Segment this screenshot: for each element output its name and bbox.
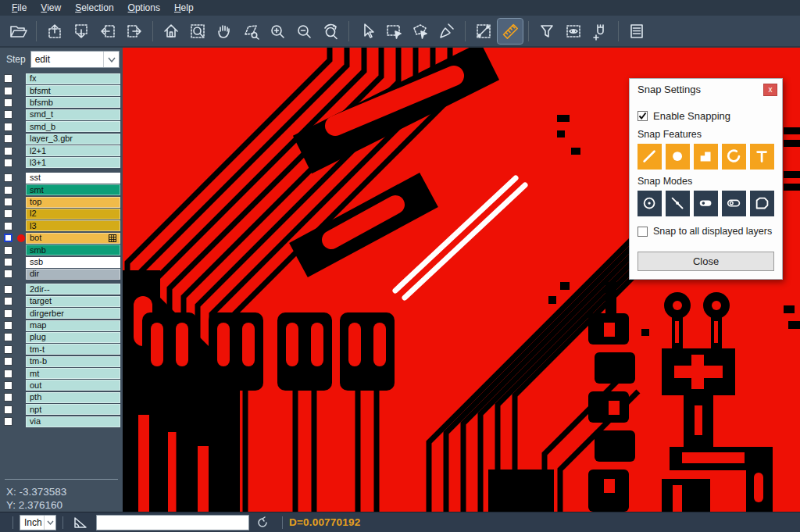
menu-view[interactable]: View xyxy=(34,1,68,15)
layer-label-smt[interactable]: smt xyxy=(26,184,120,195)
pan-hand-button[interactable] xyxy=(212,19,237,44)
layer-checkbox-smt[interactable] xyxy=(4,186,12,195)
layer-checkbox-out[interactable] xyxy=(4,381,12,390)
snap-magnet-button[interactable] xyxy=(588,19,612,44)
snap-pad-button[interactable] xyxy=(666,144,690,170)
layer-checkbox-2dir--[interactable] xyxy=(4,285,12,294)
layer-checkbox-smd_t[interactable] xyxy=(4,110,12,119)
layer-label-dir[interactable]: dir xyxy=(26,269,120,280)
select-cursor-button[interactable] xyxy=(355,19,380,44)
enable-snapping-checkbox[interactable] xyxy=(638,111,648,121)
layer-checkbox-l2[interactable] xyxy=(4,209,12,218)
step-select[interactable]: edit xyxy=(30,51,120,68)
snap-all-layers-checkbox[interactable] xyxy=(638,227,648,237)
measure-ruler-button[interactable] xyxy=(498,19,523,44)
zoom-previous-button[interactable] xyxy=(318,19,343,44)
layer-checkbox-dirgerber[interactable] xyxy=(4,309,12,318)
close-icon[interactable]: x xyxy=(763,84,777,96)
report-panel-button[interactable] xyxy=(624,19,649,44)
layer-checkbox-plug[interactable] xyxy=(4,333,12,341)
unit-select[interactable]: Inch xyxy=(20,515,56,530)
layer-checkbox-npt[interactable] xyxy=(4,405,12,414)
layer-label-bfsmt[interactable]: bfsmt xyxy=(26,85,120,96)
layer-checkbox-sst[interactable] xyxy=(4,173,12,182)
layer-checkbox-layer_3.gbr[interactable] xyxy=(4,134,12,143)
layer-label-out[interactable]: out xyxy=(26,380,120,391)
menu-help[interactable]: Help xyxy=(167,1,201,15)
layer-label-smb[interactable]: smb xyxy=(26,245,120,255)
layer-label-l3+1[interactable]: l3+1 xyxy=(26,157,120,168)
clear-brush-button[interactable] xyxy=(434,19,459,44)
layer-label-top[interactable]: top xyxy=(26,197,120,208)
layer-checkbox-l3[interactable] xyxy=(4,222,12,230)
layer-label-l3[interactable]: l3 xyxy=(26,220,120,231)
menu-options[interactable]: Options xyxy=(121,1,167,15)
layer-checkbox-mt[interactable] xyxy=(4,370,12,378)
layer-checkbox-smb[interactable] xyxy=(4,246,12,255)
layer-checkbox-target[interactable] xyxy=(4,297,12,305)
snap-center-button[interactable] xyxy=(638,191,662,216)
layer-label-ssb[interactable]: ssb xyxy=(26,257,120,268)
layer-label-mt[interactable]: mt xyxy=(26,368,120,379)
layer-label-sst[interactable]: sst xyxy=(26,173,120,184)
layer-checkbox-smd_b[interactable] xyxy=(4,123,12,131)
layer-checkbox-tm-b[interactable] xyxy=(4,357,12,366)
pan-left-button[interactable] xyxy=(95,19,120,44)
layer-checkbox-top[interactable] xyxy=(4,198,12,206)
layer-label-dirgerber[interactable]: dirgerber xyxy=(26,308,120,319)
measure-input[interactable] xyxy=(96,515,249,530)
layer-label-smd_t[interactable]: smd_t xyxy=(26,109,120,120)
layer-checkbox-via[interactable] xyxy=(4,417,12,426)
pan-right-button[interactable] xyxy=(122,19,147,44)
select-rect-button[interactable] xyxy=(381,19,406,44)
zoom-out-button[interactable] xyxy=(291,19,316,44)
snap-arc-button[interactable] xyxy=(722,144,746,170)
layer-label-via[interactable]: via xyxy=(26,416,120,427)
open-file-button[interactable] xyxy=(5,19,30,44)
zoom-in-button[interactable] xyxy=(265,19,290,44)
layer-checkbox-l2+1[interactable] xyxy=(4,147,12,155)
view-eye-button[interactable] xyxy=(561,19,586,44)
snap-dialog-titlebar[interactable]: Snap Settings x xyxy=(630,79,782,100)
layer-checkbox-bfsmt[interactable] xyxy=(4,87,12,95)
layer-checkbox-fx[interactable] xyxy=(4,74,12,83)
snap-surface-button[interactable] xyxy=(694,144,718,170)
snap-contour-button[interactable] xyxy=(750,191,774,216)
layer-label-bot[interactable]: bot xyxy=(26,233,120,244)
home-view-button[interactable] xyxy=(159,19,184,44)
pan-up-button[interactable] xyxy=(42,19,67,44)
layer-checkbox-dir[interactable] xyxy=(4,270,12,278)
layer-label-plug[interactable]: plug xyxy=(26,332,120,343)
close-button[interactable]: Close xyxy=(638,252,774,271)
layer-label-pth[interactable]: pth xyxy=(26,392,120,403)
pcb-canvas[interactable]: Snap Settings x Enable Snapping Snap Fea… xyxy=(123,48,800,512)
snap-line-button[interactable] xyxy=(638,144,662,170)
layer-checkbox-l3+1[interactable] xyxy=(4,159,12,167)
layer-checkbox-bfsmb[interactable] xyxy=(4,98,12,107)
measure-distance-button[interactable] xyxy=(471,19,496,44)
snap-slot-filled-button[interactable] xyxy=(694,191,718,216)
layer-checkbox-bot[interactable] xyxy=(4,234,12,242)
layer-label-bfsmb[interactable]: bfsmb xyxy=(26,97,120,108)
layer-checkbox-pth[interactable] xyxy=(4,393,12,402)
select-polygon-button[interactable] xyxy=(408,19,433,44)
layer-checkbox-map[interactable] xyxy=(4,321,12,330)
layer-label-fx[interactable]: fx xyxy=(26,73,120,84)
snap-text-button[interactable] xyxy=(750,144,774,170)
layer-label-target[interactable]: target xyxy=(26,296,120,307)
filter-button[interactable] xyxy=(534,19,559,44)
layer-label-l2[interactable]: l2 xyxy=(26,209,120,220)
pan-down-button[interactable] xyxy=(69,19,94,44)
snap-slot-outline-button[interactable] xyxy=(722,191,746,216)
zoom-window-button[interactable] xyxy=(185,19,210,44)
zoom-polygon-button[interactable] xyxy=(238,19,263,44)
layer-label-layer_3.gbr[interactable]: layer_3.gbr xyxy=(26,134,120,145)
angle-measure-icon[interactable] xyxy=(73,516,88,530)
layer-label-smd_b[interactable]: smd_b xyxy=(26,121,120,132)
menu-selection[interactable]: Selection xyxy=(68,1,120,15)
layer-label-2dir--[interactable]: 2dir-- xyxy=(26,284,120,295)
snap-midpoint-button[interactable] xyxy=(666,191,690,216)
layer-label-tm-t[interactable]: tm-t xyxy=(26,344,120,355)
layer-label-l2+1[interactable]: l2+1 xyxy=(26,145,120,156)
layer-checkbox-ssb[interactable] xyxy=(4,258,12,266)
